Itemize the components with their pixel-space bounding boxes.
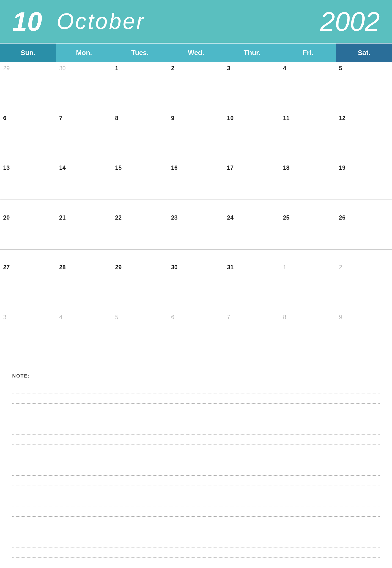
- day-header-sat: Sat.: [336, 44, 392, 62]
- calendar-cell: 9: [336, 311, 392, 349]
- note-line[interactable]: [12, 527, 380, 537]
- cell-date: 6: [3, 115, 6, 121]
- cell-date: 13: [3, 164, 10, 171]
- cell-date: 31: [227, 264, 234, 270]
- calendar-cell: 2: [336, 261, 392, 299]
- note-line[interactable]: [12, 547, 380, 558]
- note-line[interactable]: [12, 558, 380, 568]
- calendar-cell: 3: [224, 62, 280, 100]
- cell-date: 8: [115, 115, 118, 121]
- note-line[interactable]: [12, 537, 380, 547]
- note-line[interactable]: [12, 465, 380, 476]
- note-line[interactable]: [12, 414, 380, 424]
- calendar-cell: 28: [56, 261, 112, 299]
- note-line[interactable]: [12, 476, 380, 486]
- notes-section: NOTE:: [0, 366, 392, 568]
- day-headers-row: Sun. Mon. Tues. Wed. Thur. Fri. Sat.: [0, 43, 392, 62]
- calendar-cell: 29: [0, 62, 56, 100]
- cell-date: 5: [115, 314, 118, 320]
- notes-label: NOTE:: [12, 373, 380, 379]
- day-header-mon: Mon.: [56, 44, 112, 62]
- calendar-cell: 2: [168, 62, 224, 100]
- cell-date: 26: [339, 214, 346, 221]
- calendar-cell: 12: [336, 112, 392, 150]
- calendar-cell: 25: [280, 212, 336, 250]
- calendar-cell: 10: [224, 112, 280, 150]
- cell-date: 29: [115, 264, 122, 270]
- cell-date: 22: [115, 214, 122, 221]
- cell-date: 3: [227, 65, 230, 71]
- note-line[interactable]: [12, 506, 380, 517]
- cell-date: 24: [227, 214, 234, 221]
- calendar-cell: 7: [224, 311, 280, 349]
- note-line[interactable]: [12, 424, 380, 434]
- calendar-cell: 1: [280, 261, 336, 299]
- cell-date: 12: [339, 115, 346, 121]
- calendar-cell: 8: [112, 112, 168, 150]
- cell-date: 7: [227, 314, 230, 320]
- calendar-cell: 27: [0, 261, 56, 299]
- note-line[interactable]: [12, 486, 380, 496]
- cell-date: 18: [283, 164, 290, 171]
- cell-date: 21: [59, 214, 66, 221]
- calendar-cell: 30: [168, 261, 224, 299]
- cell-date: 15: [115, 164, 122, 171]
- calendar-cell: 9: [168, 112, 224, 150]
- note-line[interactable]: [12, 517, 380, 527]
- cell-date: 3: [3, 314, 6, 320]
- note-line[interactable]: [12, 404, 380, 414]
- cell-date: 4: [59, 314, 62, 320]
- cell-date: 17: [227, 164, 234, 171]
- calendar-cell: 14: [56, 162, 112, 200]
- cell-date: 6: [171, 314, 174, 320]
- cell-date: 25: [283, 214, 290, 221]
- calendar-cell: 30: [56, 62, 112, 100]
- calendar-cell: 20: [0, 212, 56, 250]
- calendar-cell: 1: [112, 62, 168, 100]
- calendar-cell: 4: [56, 311, 112, 349]
- calendar-cell: 4: [280, 62, 336, 100]
- calendar-cell: 8: [280, 311, 336, 349]
- cell-date: 7: [59, 115, 62, 121]
- month-number: 10: [12, 8, 42, 35]
- cell-date: 11: [283, 115, 290, 121]
- notes-lines: [12, 383, 380, 568]
- calendar-header: 10 October 2002: [0, 0, 392, 43]
- day-header-tue: Tues.: [112, 44, 168, 62]
- calendar-cell: 13: [0, 162, 56, 200]
- cell-date: 20: [3, 214, 10, 221]
- calendar-cell: 26: [336, 212, 392, 250]
- calendar-cell: 11: [280, 112, 336, 150]
- note-line[interactable]: [12, 383, 380, 393]
- day-header-thu: Thur.: [224, 44, 280, 62]
- calendar-cell: 5: [112, 311, 168, 349]
- cell-date: 1: [115, 65, 118, 71]
- calendar-cell: 31: [224, 261, 280, 299]
- cell-date: 14: [59, 164, 66, 171]
- cell-date: 30: [59, 65, 66, 71]
- note-line[interactable]: [12, 496, 380, 506]
- year: 2002: [320, 6, 380, 37]
- calendar-cell: 19: [336, 162, 392, 200]
- note-line[interactable]: [12, 393, 380, 404]
- calendar-cell: 21: [56, 212, 112, 250]
- cell-date: 27: [3, 264, 10, 270]
- note-line[interactable]: [12, 434, 380, 445]
- cell-date: 23: [171, 214, 178, 221]
- cell-date: 16: [171, 164, 178, 171]
- cell-date: 28: [59, 264, 66, 270]
- calendar-cell: 6: [168, 311, 224, 349]
- note-line[interactable]: [12, 455, 380, 465]
- calendar-cell: 15: [112, 162, 168, 200]
- note-line[interactable]: [12, 445, 380, 455]
- cell-date: 2: [171, 65, 174, 71]
- cell-date: 8: [283, 314, 286, 320]
- calendar-grid: 2930123456789101112131415161718192021222…: [0, 62, 392, 361]
- cell-date: 9: [339, 314, 342, 320]
- calendar-cell: 17: [224, 162, 280, 200]
- calendar-cell: 18: [280, 162, 336, 200]
- calendar-cell: 23: [168, 212, 224, 250]
- month-name: October: [57, 9, 145, 34]
- cell-date: 10: [227, 115, 234, 121]
- calendar-cell: 29: [112, 261, 168, 299]
